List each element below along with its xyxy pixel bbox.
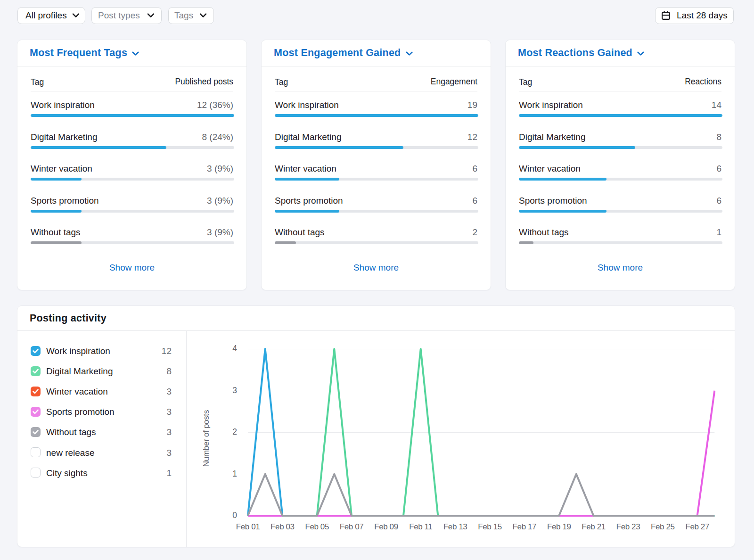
svg-text:Feb 11: Feb 11 bbox=[409, 522, 432, 531]
svg-text:Feb 09: Feb 09 bbox=[374, 522, 398, 531]
svg-text:Feb 27: Feb 27 bbox=[685, 522, 709, 531]
svg-text:Number of posts: Number of posts bbox=[202, 410, 211, 467]
svg-text:Feb 23: Feb 23 bbox=[616, 522, 640, 531]
svg-text:Feb 07: Feb 07 bbox=[340, 522, 364, 531]
svg-text:Feb 17: Feb 17 bbox=[513, 522, 537, 531]
svg-text:0: 0 bbox=[232, 511, 237, 520]
svg-text:Feb 13: Feb 13 bbox=[443, 522, 467, 531]
svg-text:Feb 01: Feb 01 bbox=[236, 522, 260, 531]
svg-text:3: 3 bbox=[232, 386, 237, 395]
svg-text:2: 2 bbox=[232, 427, 237, 436]
svg-text:Feb 21: Feb 21 bbox=[582, 522, 606, 531]
svg-text:4: 4 bbox=[232, 344, 237, 353]
svg-text:Feb 25: Feb 25 bbox=[651, 522, 675, 531]
svg-text:Feb 19: Feb 19 bbox=[547, 522, 571, 531]
svg-text:Feb 15: Feb 15 bbox=[478, 522, 502, 531]
svg-text:Feb 03: Feb 03 bbox=[270, 522, 295, 531]
svg-text:Feb 05: Feb 05 bbox=[305, 522, 329, 531]
svg-text:1: 1 bbox=[232, 469, 237, 478]
